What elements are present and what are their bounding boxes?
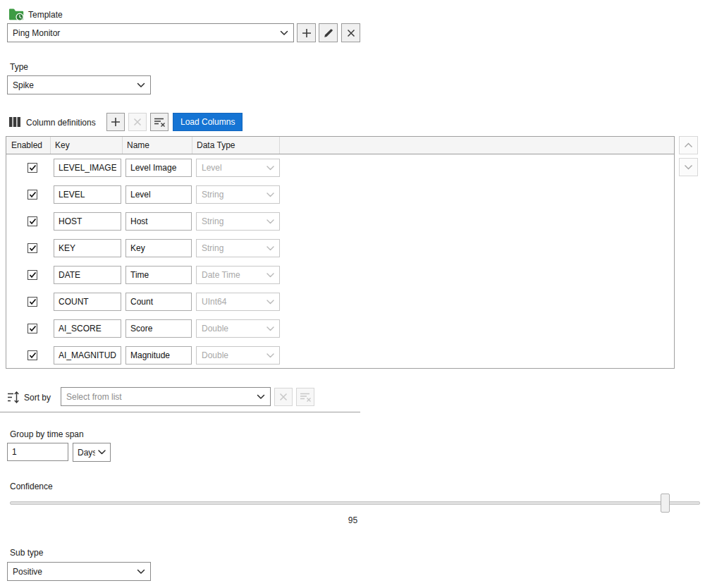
chevron-down-icon (137, 569, 145, 575)
clear-sort-button (274, 388, 293, 406)
confidence-slider-track[interactable] (10, 501, 700, 505)
table-row: Double (6, 342, 674, 369)
plus-icon (111, 117, 121, 127)
name-input[interactable] (125, 159, 192, 177)
close-icon (347, 29, 355, 37)
template-add-button[interactable] (297, 23, 316, 42)
group-by-label: Group by time span (10, 429, 84, 439)
column-header-key: Key (51, 137, 123, 154)
key-input[interactable] (54, 319, 121, 338)
type-label: Type (10, 62, 28, 72)
name-input[interactable] (125, 239, 192, 257)
confidence-slider[interactable] (10, 494, 700, 513)
enabled-checkbox[interactable] (27, 216, 37, 226)
data-type-select: Date Time (196, 266, 280, 284)
template-label: Template (28, 10, 63, 20)
column-header-name: Name (123, 137, 192, 154)
table-row: String (6, 235, 674, 262)
key-input[interactable] (54, 212, 121, 231)
column-header-datatype: Data Type (192, 137, 280, 154)
column-header-filler (280, 137, 674, 154)
enabled-checkbox[interactable] (27, 190, 37, 200)
key-input[interactable] (54, 266, 121, 284)
chevron-up-icon (684, 142, 693, 148)
timespan-unit-select[interactable]: Days (73, 443, 111, 462)
timespan-value-input[interactable] (7, 443, 68, 461)
data-type-select: String (196, 212, 280, 231)
chevron-down-icon (266, 166, 274, 171)
chevron-down-icon (280, 30, 288, 36)
name-input[interactable] (125, 293, 192, 311)
close-icon (279, 393, 288, 401)
template-delete-button[interactable] (341, 23, 360, 42)
chevron-down-icon (266, 300, 274, 305)
template-folder-clock-icon (8, 8, 25, 22)
name-input[interactable] (125, 185, 192, 204)
enabled-checkbox[interactable] (27, 297, 37, 307)
confidence-value: 95 (6, 515, 700, 525)
table-row: UInt64 (6, 288, 674, 315)
columns-icon (8, 116, 21, 128)
data-type-select: Double (196, 319, 280, 338)
data-type-select: Level (196, 159, 280, 177)
chevron-down-icon (257, 394, 265, 400)
data-type-select: UInt64 (196, 293, 280, 311)
type-select[interactable]: Spike (7, 75, 151, 94)
data-type-select: Double (196, 346, 280, 365)
column-definitions-table: Enabled Key Name Data Type Level String (6, 136, 675, 369)
confidence-slider-thumb[interactable] (661, 494, 670, 513)
table-row: String (6, 208, 674, 235)
close-icon (133, 118, 142, 126)
key-input[interactable] (54, 185, 121, 204)
template-select-value: Ping Monitor (13, 28, 277, 38)
clear-columns-button[interactable] (150, 113, 168, 131)
table-row: Date Time (6, 262, 674, 288)
name-input[interactable] (125, 266, 192, 284)
sort-by-placeholder: Select from list (66, 392, 254, 402)
key-input[interactable] (54, 293, 121, 311)
add-column-button[interactable] (106, 113, 125, 131)
chevron-down-icon (266, 326, 274, 331)
name-input[interactable] (125, 319, 192, 338)
chevron-down-icon (266, 353, 274, 358)
section-divider (0, 412, 360, 412)
plus-icon (302, 28, 312, 38)
key-input[interactable] (54, 239, 121, 257)
enabled-checkbox[interactable] (27, 270, 37, 280)
chevron-down-icon (684, 164, 693, 170)
chevron-down-icon (266, 273, 274, 278)
enabled-checkbox[interactable] (27, 243, 37, 253)
clear-sort-filter-button (296, 388, 314, 406)
template-edit-button[interactable] (319, 23, 338, 42)
sub-type-select[interactable]: Positive (7, 562, 151, 581)
enabled-checkbox[interactable] (27, 163, 37, 173)
sort-icon (7, 391, 20, 404)
chevron-down-icon (98, 450, 106, 455)
sort-by-label: Sort by (24, 393, 51, 403)
pencil-icon (324, 28, 333, 38)
key-input[interactable] (54, 159, 121, 177)
name-input[interactable] (125, 346, 192, 365)
column-definitions-label: Column definitions (26, 118, 96, 128)
sort-by-select[interactable]: Select from list (61, 387, 271, 406)
chevron-down-icon (266, 246, 274, 251)
timespan-unit-value: Days (78, 448, 95, 458)
sub-type-value: Positive (13, 567, 134, 577)
name-input[interactable] (125, 212, 192, 231)
column-rows: Level String String (6, 154, 674, 369)
move-row-up-button (679, 136, 698, 154)
key-input[interactable] (54, 346, 121, 365)
template-select[interactable]: Ping Monitor (7, 23, 294, 42)
column-header-enabled: Enabled (6, 137, 51, 154)
table-row: Level (6, 154, 674, 181)
enabled-checkbox[interactable] (27, 324, 37, 333)
clear-filter-icon (300, 392, 312, 402)
chevron-down-icon (266, 219, 274, 224)
enabled-checkbox[interactable] (27, 350, 37, 360)
clear-filter-icon (154, 117, 166, 127)
load-columns-button[interactable]: Load Columns (173, 113, 243, 131)
table-row: String (6, 181, 674, 208)
chevron-down-icon (137, 82, 145, 88)
delete-column-button (128, 113, 147, 131)
table-header: Enabled Key Name Data Type (6, 137, 674, 154)
